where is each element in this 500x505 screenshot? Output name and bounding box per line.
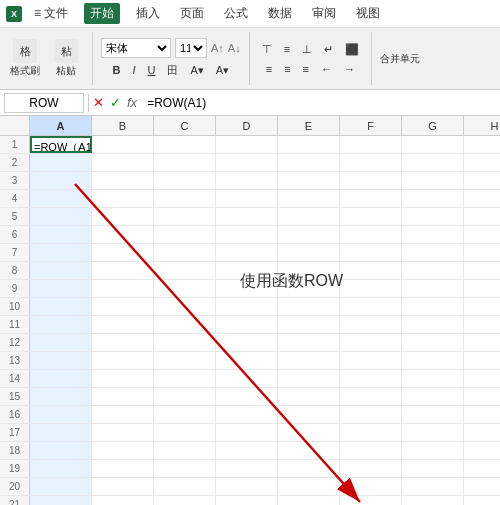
cell-F7[interactable] (340, 244, 402, 261)
cell-G7[interactable] (402, 244, 464, 261)
cell-H2[interactable] (464, 154, 500, 171)
cell-G18[interactable] (402, 442, 464, 459)
cell-D1[interactable] (216, 136, 278, 153)
cell-B12[interactable] (92, 334, 154, 351)
cell-H19[interactable] (464, 460, 500, 477)
cell-G14[interactable] (402, 370, 464, 387)
cell-H16[interactable] (464, 406, 500, 423)
cell-D15[interactable] (216, 388, 278, 405)
align-left-btn[interactable]: ≡ (262, 61, 276, 77)
cell-C17[interactable] (154, 424, 216, 441)
font-color-button[interactable]: A▾ (212, 62, 233, 79)
cell-H12[interactable] (464, 334, 500, 351)
cell-H3[interactable] (464, 172, 500, 189)
cell-E18[interactable] (278, 442, 340, 459)
cell-D6[interactable] (216, 226, 278, 243)
cell-B7[interactable] (92, 244, 154, 261)
cell-G2[interactable] (402, 154, 464, 171)
cell-H13[interactable] (464, 352, 500, 369)
cell-A4[interactable] (30, 190, 92, 207)
cell-E17[interactable] (278, 424, 340, 441)
cell-C2[interactable] (154, 154, 216, 171)
cell-G3[interactable] (402, 172, 464, 189)
cell-A15[interactable] (30, 388, 92, 405)
cell-H8[interactable] (464, 262, 500, 279)
menu-data[interactable]: 数据 (264, 3, 296, 24)
cell-H7[interactable] (464, 244, 500, 261)
cell-E15[interactable] (278, 388, 340, 405)
cell-G6[interactable] (402, 226, 464, 243)
cell-H9[interactable] (464, 280, 500, 297)
cell-C18[interactable] (154, 442, 216, 459)
cell-C13[interactable] (154, 352, 216, 369)
cell-G10[interactable] (402, 298, 464, 315)
cell-E1[interactable] (278, 136, 340, 153)
cell-F21[interactable] (340, 496, 402, 505)
cell-G17[interactable] (402, 424, 464, 441)
cell-A19[interactable] (30, 460, 92, 477)
cell-A14[interactable] (30, 370, 92, 387)
cell-G9[interactable] (402, 280, 464, 297)
cell-B1[interactable] (92, 136, 154, 153)
cancel-button[interactable]: ✕ (93, 95, 104, 110)
cell-F10[interactable] (340, 298, 402, 315)
cell-B20[interactable] (92, 478, 154, 495)
font-decrease-btn[interactable]: A↓ (228, 42, 241, 54)
cell-B15[interactable] (92, 388, 154, 405)
cell-B6[interactable] (92, 226, 154, 243)
cell-A16[interactable] (30, 406, 92, 423)
cell-C4[interactable] (154, 190, 216, 207)
cell-D13[interactable] (216, 352, 278, 369)
cell-A8[interactable] (30, 262, 92, 279)
italic-button[interactable]: I (128, 62, 139, 78)
cell-D3[interactable] (216, 172, 278, 189)
indent-dec-btn[interactable]: ← (317, 61, 336, 77)
cell-G4[interactable] (402, 190, 464, 207)
cell-G19[interactable] (402, 460, 464, 477)
cell-D20[interactable] (216, 478, 278, 495)
cell-C7[interactable] (154, 244, 216, 261)
confirm-button[interactable]: ✓ (110, 95, 121, 110)
cell-B5[interactable] (92, 208, 154, 225)
cell-A3[interactable] (30, 172, 92, 189)
cell-D19[interactable] (216, 460, 278, 477)
menu-formula[interactable]: 公式 (220, 3, 252, 24)
align-bottom-btn[interactable]: ⊥ (298, 41, 316, 58)
cell-E7[interactable] (278, 244, 340, 261)
cell-B4[interactable] (92, 190, 154, 207)
cell-A21[interactable] (30, 496, 92, 505)
bold-button[interactable]: B (109, 62, 125, 78)
underline-button[interactable]: U (144, 62, 160, 78)
cell-H20[interactable] (464, 478, 500, 495)
menu-page[interactable]: 页面 (176, 3, 208, 24)
cell-A11[interactable] (30, 316, 92, 333)
cell-E6[interactable] (278, 226, 340, 243)
cell-G8[interactable] (402, 262, 464, 279)
cell-A10[interactable] (30, 298, 92, 315)
align-middle-btn[interactable]: ≡ (280, 41, 294, 57)
cell-C9[interactable] (154, 280, 216, 297)
formula-input[interactable] (143, 93, 496, 113)
cell-H1[interactable] (464, 136, 500, 153)
cell-C12[interactable] (154, 334, 216, 351)
menu-view[interactable]: 视图 (352, 3, 384, 24)
format-button[interactable]: 格 格式刷 (6, 37, 44, 80)
cell-A1[interactable]: =ROW（A1） (30, 136, 92, 153)
cell-D4[interactable] (216, 190, 278, 207)
cell-B8[interactable] (92, 262, 154, 279)
name-box[interactable] (4, 93, 84, 113)
cell-B16[interactable] (92, 406, 154, 423)
cell-E20[interactable] (278, 478, 340, 495)
cell-A5[interactable] (30, 208, 92, 225)
cell-G11[interactable] (402, 316, 464, 333)
fill-color-button[interactable]: A▾ (186, 62, 207, 79)
cell-E3[interactable] (278, 172, 340, 189)
align-right-btn[interactable]: ≡ (299, 61, 313, 77)
cell-E19[interactable] (278, 460, 340, 477)
cell-F9[interactable] (340, 280, 402, 297)
cell-D21[interactable] (216, 496, 278, 505)
cell-G12[interactable] (402, 334, 464, 351)
cell-E16[interactable] (278, 406, 340, 423)
paste-button[interactable]: 粘 粘贴 (48, 37, 84, 80)
wrap-text-btn[interactable]: ↵ (320, 41, 337, 58)
